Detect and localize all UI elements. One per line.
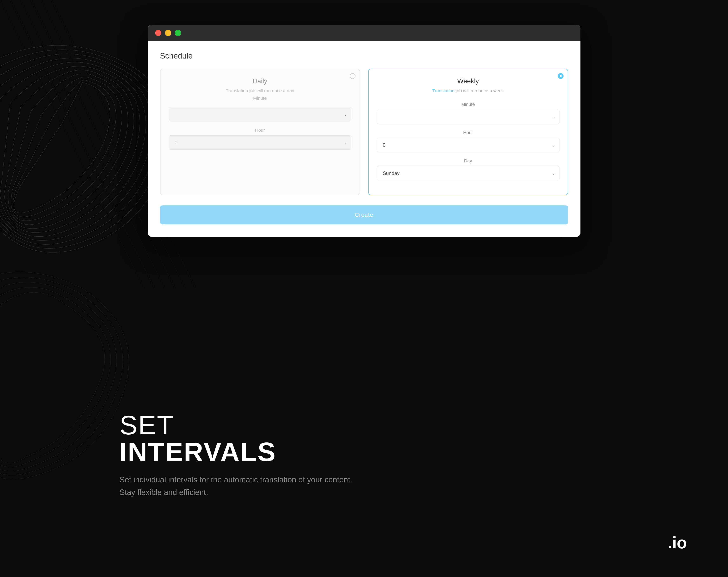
weekly-minute-select[interactable] [377, 110, 560, 124]
weekly-hour-select[interactable]: 0 [377, 138, 560, 152]
weekly-minute-wrapper: ⌄ [377, 110, 560, 124]
window-titlebar [148, 25, 580, 41]
weekly-subtitle-highlight: Translation [432, 88, 454, 93]
weekly-day-wrapper: Sunday Monday Tuesday Wednesday Thursday… [377, 166, 560, 180]
minimize-button[interactable] [165, 30, 171, 36]
set-label: SET [120, 412, 353, 439]
weekly-radio[interactable] [558, 73, 564, 79]
maximize-button[interactable] [175, 30, 181, 36]
app-window: Schedule Daily Translation job will run … [148, 25, 580, 237]
daily-minute-wrapper: ⌄ [169, 107, 351, 122]
intervals-label: INTERVALS [120, 439, 353, 465]
daily-card-subtitle: Translation job will run once a day [169, 88, 351, 94]
weekly-card-subtitle: Translation job will run once a week [377, 88, 560, 94]
close-button[interactable] [155, 30, 161, 36]
schedule-title: Schedule [160, 52, 568, 60]
description-text: Set individual intervals for the automat… [120, 474, 353, 499]
daily-card-title: Daily [169, 77, 351, 85]
daily-hour-wrapper: 0 ⌄ [169, 135, 351, 150]
branding-text: .io [668, 533, 687, 552]
daily-radio[interactable] [350, 73, 356, 79]
daily-hour-label: Hour [169, 128, 351, 133]
svg-line-1 [10, 0, 155, 288]
svg-line-0 [0, 0, 144, 288]
daily-minute-select[interactable] [169, 107, 351, 122]
weekly-day-label: Day [377, 158, 560, 164]
schedule-cards-row: Daily Translation job will run once a da… [160, 69, 568, 195]
weekly-card[interactable]: Weekly Translation job will run once a w… [368, 69, 568, 195]
weekly-day-select[interactable]: Sunday Monday Tuesday Wednesday Thursday… [377, 166, 560, 180]
daily-hour-select[interactable]: 0 [169, 135, 351, 150]
description-line-2: Stay flexible and efficient. [120, 488, 208, 497]
weekly-hour-wrapper: 0 ⌄ [377, 138, 560, 152]
weekly-minute-label: Minute [377, 102, 560, 107]
weekly-hour-label: Hour [377, 130, 560, 135]
svg-line-2 [21, 0, 165, 288]
window-body: Schedule Daily Translation job will run … [148, 41, 580, 237]
daily-card[interactable]: Daily Translation job will run once a da… [160, 69, 360, 195]
page-content: Schedule Daily Translation job will run … [0, 0, 728, 577]
description-line-1: Set individual intervals for the automat… [120, 475, 353, 484]
daily-frequency-label: Minute [169, 96, 351, 101]
weekly-card-title: Weekly [377, 77, 560, 85]
create-button[interactable]: Create [160, 206, 568, 225]
bottom-text-section: SET INTERVALS Set individual intervals f… [120, 412, 353, 499]
